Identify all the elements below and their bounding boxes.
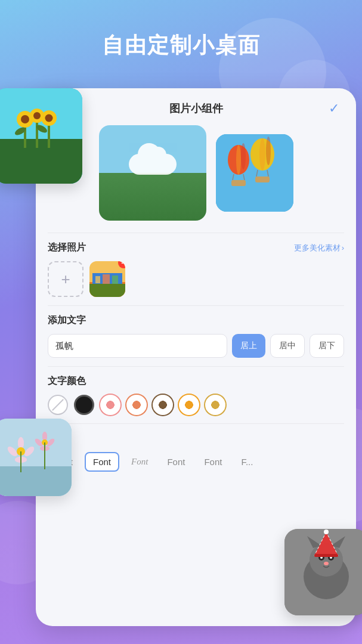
color-black-swatch[interactable] <box>74 395 94 415</box>
more-materials-link[interactable]: 更多美化素材 › <box>294 243 344 253</box>
color-row <box>48 395 344 415</box>
svg-point-8 <box>33 112 41 119</box>
svg-rect-4 <box>48 123 50 148</box>
cloud-shape <box>129 154 177 175</box>
position-bottom-button[interactable]: 居下 <box>310 334 344 358</box>
color-pink-swatch[interactable] <box>100 395 120 415</box>
section-font: 字体 Font Font Font Font Font F... <box>36 424 356 480</box>
float-flower-image <box>0 419 72 496</box>
page-title: 自由定制小桌面 <box>0 0 362 60</box>
widget-side-image[interactable] <box>216 134 293 212</box>
text-input-row: 居上 居中 居下 <box>48 334 344 358</box>
text-color-header: 文字颜色 <box>48 375 344 388</box>
section-select-photo: 选择照片 更多美化素材 › + − <box>36 233 356 305</box>
color-gold-swatch[interactable] <box>205 395 225 415</box>
color-orange-swatch[interactable] <box>179 395 199 415</box>
svg-rect-53 <box>231 180 246 186</box>
section-add-text: 添加文字 居上 居中 居下 <box>36 306 356 366</box>
widget-preview <box>36 125 356 233</box>
svg-rect-65 <box>95 276 100 283</box>
add-text-title: 添加文字 <box>48 314 86 327</box>
float-sunflower-image <box>0 88 82 184</box>
card-header: 图片小组件 ✓ <box>36 88 356 125</box>
svg-rect-1 <box>0 139 82 184</box>
svg-point-44 <box>324 562 329 565</box>
font-item-2[interactable]: Font <box>85 452 119 472</box>
card-header-title: 图片小组件 <box>169 101 223 116</box>
position-top-button[interactable]: 居上 <box>232 334 265 358</box>
font-item-6[interactable]: F... <box>234 453 260 470</box>
more-materials-arrow: › <box>342 243 344 252</box>
svg-point-10 <box>45 114 53 122</box>
more-materials-text: 更多美化素材 <box>294 243 341 253</box>
select-photo-title: 选择照片 <box>48 242 86 254</box>
font-item-5[interactable]: Font <box>197 453 229 470</box>
color-coral-swatch[interactable] <box>126 395 147 415</box>
photos-row: + − <box>48 261 344 297</box>
font-row: Font Font Font Font Font F... <box>48 452 344 472</box>
widget-main-image[interactable] <box>99 125 206 221</box>
svg-rect-66 <box>103 274 110 284</box>
add-photo-button[interactable]: + <box>48 261 83 297</box>
color-brown-swatch[interactable] <box>153 395 173 415</box>
float-cat-image <box>284 529 362 615</box>
svg-point-54 <box>236 145 241 175</box>
font-header: 字体 <box>48 432 344 445</box>
add-text-header: 添加文字 <box>48 314 344 327</box>
check-icon: ✓ <box>329 101 339 116</box>
svg-rect-68 <box>89 284 125 297</box>
text-input-field[interactable] <box>48 334 227 358</box>
svg-point-6 <box>21 115 29 123</box>
svg-rect-67 <box>112 275 118 284</box>
svg-point-55 <box>241 143 246 169</box>
svg-rect-48 <box>314 554 338 557</box>
section-text-color: 文字颜色 <box>36 367 356 423</box>
font-item-4[interactable]: Font <box>160 453 192 470</box>
position-middle-button[interactable]: 居中 <box>270 334 305 358</box>
color-none-swatch[interactable] <box>48 395 68 415</box>
svg-rect-14 <box>0 466 72 496</box>
select-photo-header: 选择照片 更多美化素材 › <box>48 242 344 254</box>
balloon-background <box>216 134 293 212</box>
svg-point-61 <box>266 137 271 165</box>
svg-rect-59 <box>255 177 270 182</box>
text-color-title: 文字颜色 <box>48 375 86 388</box>
svg-point-47 <box>324 530 329 534</box>
font-item-3[interactable]: Font <box>124 453 155 470</box>
photo-thumbnail-1[interactable]: − <box>89 261 125 297</box>
svg-point-60 <box>259 138 265 171</box>
